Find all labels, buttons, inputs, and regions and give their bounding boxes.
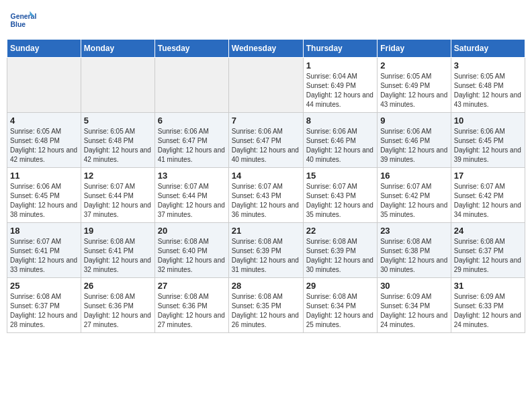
- day-number: 19: [84, 226, 152, 236]
- calendar-day-cell: 13Sunrise: 6:07 AMSunset: 6:44 PMDayligh…: [154, 168, 228, 223]
- day-number: 4: [10, 116, 78, 126]
- calendar-day-cell: 31Sunrise: 6:09 AMSunset: 6:33 PMDayligh…: [451, 278, 525, 333]
- day-info: Sunrise: 6:08 AMSunset: 6:37 PMDaylight:…: [454, 237, 522, 275]
- day-info: Sunrise: 6:07 AMSunset: 6:42 PMDaylight:…: [454, 182, 522, 220]
- weekday-header: Tuesday: [154, 40, 228, 58]
- day-number: 17: [454, 171, 522, 181]
- weekday-header: Sunday: [7, 40, 81, 58]
- day-number: 13: [158, 171, 226, 181]
- weekday-header: Saturday: [451, 40, 525, 58]
- day-number: 28: [232, 281, 300, 291]
- calendar-day-cell: 26Sunrise: 6:08 AMSunset: 6:36 PMDayligh…: [81, 278, 154, 333]
- day-number: 2: [380, 60, 448, 71]
- calendar-day-cell: 5Sunrise: 6:05 AMSunset: 6:48 PMDaylight…: [81, 113, 154, 168]
- day-info: Sunrise: 6:07 AMSunset: 6:44 PMDaylight:…: [84, 182, 152, 220]
- calendar-header-row: SundayMondayTuesdayWednesdayThursdayFrid…: [7, 40, 525, 58]
- calendar-day-cell: 17Sunrise: 6:07 AMSunset: 6:42 PMDayligh…: [451, 168, 525, 223]
- calendar-day-cell: [81, 58, 154, 113]
- day-number: 22: [306, 226, 374, 236]
- day-number: 7: [232, 116, 300, 126]
- day-info: Sunrise: 6:07 AMSunset: 6:43 PMDaylight:…: [306, 182, 374, 220]
- calendar-day-cell: 20Sunrise: 6:08 AMSunset: 6:40 PMDayligh…: [154, 223, 228, 278]
- day-number: 15: [306, 171, 374, 181]
- calendar-day-cell: [7, 58, 81, 113]
- day-info: Sunrise: 6:08 AMSunset: 6:40 PMDaylight:…: [158, 237, 226, 275]
- day-number: 14: [232, 171, 300, 181]
- calendar-day-cell: 8Sunrise: 6:06 AMSunset: 6:46 PMDaylight…: [303, 113, 377, 168]
- calendar-day-cell: 28Sunrise: 6:08 AMSunset: 6:35 PMDayligh…: [228, 278, 303, 333]
- calendar-day-cell: 1Sunrise: 6:04 AMSunset: 6:49 PMDaylight…: [303, 58, 377, 113]
- calendar-day-cell: 3Sunrise: 6:05 AMSunset: 6:48 PMDaylight…: [451, 58, 525, 113]
- day-info: Sunrise: 6:08 AMSunset: 6:34 PMDaylight:…: [306, 292, 374, 330]
- calendar-day-cell: 6Sunrise: 6:06 AMSunset: 6:47 PMDaylight…: [154, 113, 228, 168]
- weekday-header: Wednesday: [228, 40, 303, 58]
- calendar-day-cell: 18Sunrise: 6:07 AMSunset: 6:41 PMDayligh…: [7, 223, 81, 278]
- day-number: 26: [84, 281, 152, 291]
- day-info: Sunrise: 6:06 AMSunset: 6:46 PMDaylight:…: [306, 127, 374, 165]
- day-info: Sunrise: 6:07 AMSunset: 6:41 PMDaylight:…: [10, 237, 78, 275]
- day-info: Sunrise: 6:09 AMSunset: 6:34 PMDaylight:…: [380, 292, 448, 330]
- calendar-week-row: 25Sunrise: 6:08 AMSunset: 6:37 PMDayligh…: [7, 278, 525, 333]
- day-info: Sunrise: 6:08 AMSunset: 6:38 PMDaylight:…: [380, 237, 448, 275]
- day-info: Sunrise: 6:06 AMSunset: 6:47 PMDaylight:…: [232, 127, 300, 165]
- day-number: 8: [306, 116, 374, 126]
- calendar-day-cell: [154, 58, 228, 113]
- day-info: Sunrise: 6:07 AMSunset: 6:44 PMDaylight:…: [158, 182, 226, 220]
- calendar-day-cell: 10Sunrise: 6:06 AMSunset: 6:45 PMDayligh…: [451, 113, 525, 168]
- day-number: 25: [10, 281, 78, 291]
- day-number: 31: [454, 281, 522, 291]
- day-info: Sunrise: 6:07 AMSunset: 6:43 PMDaylight:…: [232, 182, 300, 220]
- day-info: Sunrise: 6:06 AMSunset: 6:47 PMDaylight:…: [158, 127, 226, 165]
- calendar-day-cell: 24Sunrise: 6:08 AMSunset: 6:37 PMDayligh…: [451, 223, 525, 278]
- calendar-day-cell: 27Sunrise: 6:08 AMSunset: 6:36 PMDayligh…: [154, 278, 228, 333]
- day-number: 3: [454, 60, 522, 71]
- calendar-table: SundayMondayTuesdayWednesdayThursdayFrid…: [7, 39, 525, 333]
- day-number: 6: [158, 116, 226, 126]
- day-info: Sunrise: 6:06 AMSunset: 6:46 PMDaylight:…: [380, 127, 448, 165]
- day-number: 29: [306, 281, 374, 291]
- day-number: 12: [84, 171, 152, 181]
- svg-text:Blue: Blue: [11, 21, 26, 28]
- day-info: Sunrise: 6:08 AMSunset: 6:41 PMDaylight:…: [84, 237, 152, 275]
- day-info: Sunrise: 6:07 AMSunset: 6:42 PMDaylight:…: [380, 182, 448, 220]
- day-info: Sunrise: 6:09 AMSunset: 6:33 PMDaylight:…: [454, 292, 522, 330]
- day-number: 11: [10, 171, 78, 181]
- day-info: Sunrise: 6:05 AMSunset: 6:48 PMDaylight:…: [10, 127, 78, 165]
- calendar-week-row: 18Sunrise: 6:07 AMSunset: 6:41 PMDayligh…: [7, 223, 525, 278]
- calendar-day-cell: 25Sunrise: 6:08 AMSunset: 6:37 PMDayligh…: [7, 278, 81, 333]
- day-number: 20: [158, 226, 226, 236]
- calendar-day-cell: 29Sunrise: 6:08 AMSunset: 6:34 PMDayligh…: [303, 278, 377, 333]
- day-number: 5: [84, 116, 152, 126]
- day-number: 23: [380, 226, 448, 236]
- weekday-header: Monday: [81, 40, 154, 58]
- day-number: 18: [10, 226, 78, 236]
- calendar-day-cell: 23Sunrise: 6:08 AMSunset: 6:38 PMDayligh…: [378, 223, 451, 278]
- day-info: Sunrise: 6:08 AMSunset: 6:35 PMDaylight:…: [232, 292, 300, 330]
- day-number: 9: [380, 116, 448, 126]
- day-info: Sunrise: 6:05 AMSunset: 6:49 PMDaylight:…: [380, 72, 448, 109]
- day-info: Sunrise: 6:08 AMSunset: 6:39 PMDaylight:…: [232, 237, 300, 275]
- calendar-day-cell: 14Sunrise: 6:07 AMSunset: 6:43 PMDayligh…: [228, 168, 303, 223]
- day-info: Sunrise: 6:08 AMSunset: 6:36 PMDaylight:…: [158, 292, 226, 330]
- weekday-header: Friday: [378, 40, 451, 58]
- calendar-day-cell: 7Sunrise: 6:06 AMSunset: 6:47 PMDaylight…: [228, 113, 303, 168]
- calendar-day-cell: 21Sunrise: 6:08 AMSunset: 6:39 PMDayligh…: [228, 223, 303, 278]
- day-number: 10: [454, 116, 522, 126]
- calendar-day-cell: 9Sunrise: 6:06 AMSunset: 6:46 PMDaylight…: [378, 113, 451, 168]
- day-number: 24: [454, 226, 522, 236]
- calendar-day-cell: 4Sunrise: 6:05 AMSunset: 6:48 PMDaylight…: [7, 113, 81, 168]
- calendar-day-cell: 11Sunrise: 6:06 AMSunset: 6:45 PMDayligh…: [7, 168, 81, 223]
- weekday-header: Thursday: [303, 40, 377, 58]
- day-number: 27: [158, 281, 226, 291]
- calendar-day-cell: 2Sunrise: 6:05 AMSunset: 6:49 PMDaylight…: [378, 58, 451, 113]
- day-info: Sunrise: 6:08 AMSunset: 6:36 PMDaylight:…: [84, 292, 152, 330]
- day-info: Sunrise: 6:05 AMSunset: 6:48 PMDaylight:…: [454, 72, 522, 109]
- day-number: 30: [380, 281, 448, 291]
- page-header: General Blue: [7, 7, 525, 34]
- calendar-day-cell: 30Sunrise: 6:09 AMSunset: 6:34 PMDayligh…: [378, 278, 451, 333]
- calendar-day-cell: 16Sunrise: 6:07 AMSunset: 6:42 PMDayligh…: [378, 168, 451, 223]
- day-number: 21: [232, 226, 300, 236]
- day-number: 1: [306, 60, 374, 71]
- calendar-day-cell: 22Sunrise: 6:08 AMSunset: 6:39 PMDayligh…: [303, 223, 377, 278]
- calendar-week-row: 4Sunrise: 6:05 AMSunset: 6:48 PMDaylight…: [7, 113, 525, 168]
